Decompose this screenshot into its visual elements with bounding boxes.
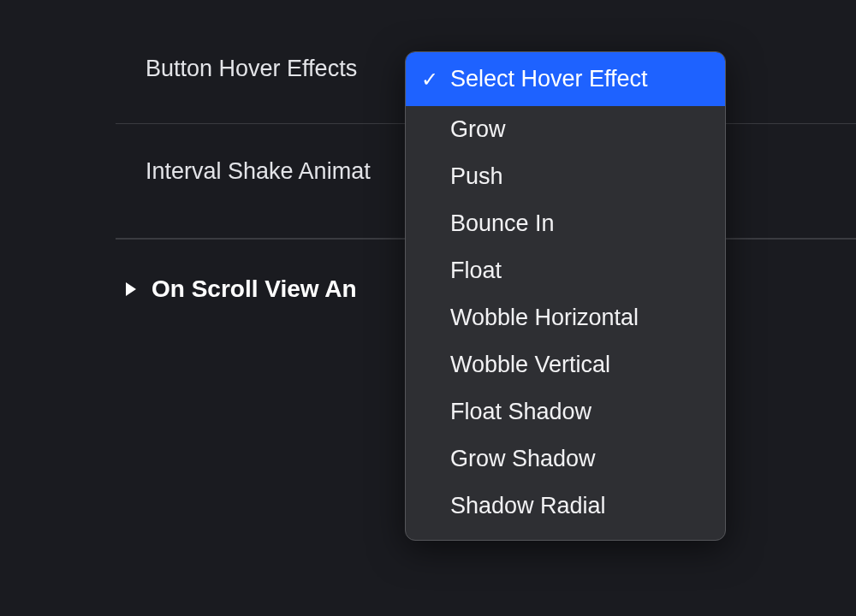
hover-effect-dropdown[interactable]: ✓Select Hover Effect✓Grow✓Push✓Bounce In…	[405, 51, 726, 541]
setting-label: Interval Shake Animat	[146, 158, 371, 184]
disclosure-triangle-icon	[126, 282, 136, 296]
dropdown-item-label: Shadow Radial	[450, 493, 606, 519]
check-icon: ✓	[421, 68, 450, 92]
setting-label: Button Hover Effects	[146, 56, 357, 81]
dropdown-item-label: Bounce In	[450, 210, 555, 237]
dropdown-item-label: Float Shadow	[450, 399, 591, 425]
dropdown-item[interactable]: ✓Shadow Radial	[406, 483, 725, 530]
dropdown-item[interactable]: ✓Bounce In	[406, 200, 725, 247]
dropdown-item[interactable]: ✓Select Hover Effect	[406, 52, 725, 106]
dropdown-item-label: Wobble Horizontal	[450, 305, 639, 331]
dropdown-item-label: Push	[450, 163, 503, 190]
dropdown-item-label: Grow Shadow	[450, 446, 596, 472]
dropdown-item-label: Select Hover Effect	[450, 66, 648, 92]
dropdown-item[interactable]: ✓Wobble Horizontal	[406, 294, 725, 341]
dropdown-item[interactable]: ✓Grow	[406, 106, 725, 153]
dropdown-item-label: Float	[450, 258, 502, 284]
dropdown-item[interactable]: ✓Grow Shadow	[406, 435, 725, 483]
dropdown-item-label: Wobble Vertical	[450, 352, 610, 378]
dropdown-item[interactable]: ✓Push	[406, 153, 725, 200]
section-label: On Scroll View An	[152, 275, 357, 303]
dropdown-item[interactable]: ✓Float	[406, 247, 725, 294]
dropdown-item[interactable]: ✓Float Shadow	[406, 388, 725, 435]
dropdown-item[interactable]: ✓Wobble Vertical	[406, 341, 725, 388]
dropdown-item-label: Grow	[450, 116, 506, 143]
